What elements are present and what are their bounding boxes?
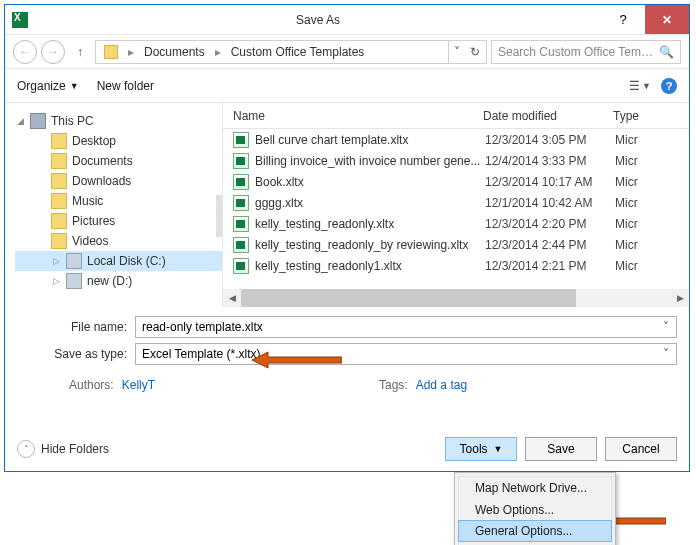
file-type: Micr — [615, 175, 689, 189]
excel-file-icon — [233, 237, 249, 253]
tree-music[interactable]: Music — [15, 191, 222, 211]
chevron-right-icon: ▸ — [213, 45, 223, 59]
file-type: Micr — [615, 196, 689, 210]
scroll-left-button[interactable]: ◀ — [223, 289, 241, 307]
tree-desktop[interactable]: Desktop — [15, 131, 222, 151]
folder-icon — [51, 193, 67, 209]
excel-file-icon — [233, 195, 249, 211]
tree-new-d[interactable]: ▷new (D:) — [15, 271, 222, 291]
tree-documents[interactable]: Documents — [15, 151, 222, 171]
scroll-right-button[interactable]: ▶ — [671, 289, 689, 307]
tree-pictures[interactable]: Pictures — [15, 211, 222, 231]
file-name: kelly_testing_readonly1.xltx — [255, 259, 485, 273]
save-form: File name: read-only template.xltx ˅ Sav… — [5, 307, 689, 374]
cancel-button[interactable]: Cancel — [605, 437, 677, 461]
file-row[interactable]: kelly_testing_readonly.xltx12/3/2014 2:2… — [223, 213, 689, 234]
up-button[interactable]: ↑ — [69, 41, 91, 63]
tools-menu: Map Network Drive... Web Options... Gene… — [454, 472, 616, 545]
arrow-left-icon: ← — [19, 45, 31, 59]
hide-folders-button[interactable]: ˄ Hide Folders — [17, 440, 109, 458]
close-button[interactable]: ✕ — [645, 5, 689, 34]
horizontal-scrollbar[interactable]: ◀ ▶ — [223, 289, 689, 307]
file-date: 12/3/2014 2:21 PM — [485, 259, 615, 273]
arrow-up-icon: ↑ — [77, 45, 83, 59]
file-row[interactable]: kelly_testing_readonly1.xltx12/3/2014 2:… — [223, 255, 689, 276]
col-type[interactable]: Type — [613, 109, 689, 123]
chevron-down-icon[interactable]: ˅ — [658, 319, 674, 335]
file-row[interactable]: Bell curve chart template.xltx12/3/2014 … — [223, 129, 689, 150]
file-rows[interactable]: Bell curve chart template.xltx12/3/2014 … — [223, 129, 689, 289]
file-list-pane: Name Date modified Type Bell curve chart… — [223, 103, 689, 307]
folder-tree[interactable]: ◢ This PC Desktop Documents Downloads Mu… — [5, 103, 223, 307]
scroll-track[interactable] — [241, 289, 671, 307]
nav-toolbar: ← → ↑ ▸ Documents ▸ Custom Office Templa… — [5, 35, 689, 69]
folder-icon — [51, 213, 67, 229]
file-row[interactable]: kelly_testing_readonly_by reviewing.xltx… — [223, 234, 689, 255]
tree-downloads[interactable]: Downloads — [15, 171, 222, 191]
expand-icon[interactable]: ◢ — [15, 116, 25, 126]
tags-value[interactable]: Add a tag — [416, 378, 467, 392]
expand-icon[interactable]: ▷ — [51, 276, 61, 286]
back-button[interactable]: ← — [13, 40, 37, 64]
breadcrumb-custom-templates[interactable]: Custom Office Templates — [225, 41, 371, 63]
folder-icon — [51, 233, 67, 249]
authors-value[interactable]: KellyT — [122, 378, 155, 392]
file-name: Book.xltx — [255, 175, 485, 189]
save-as-type-dropdown[interactable]: Excel Template (*.xltx) ˅ — [135, 343, 677, 365]
refresh-button[interactable]: ↻ — [466, 45, 484, 59]
menu-compress-pictures[interactable]: Compress Pictures... — [459, 541, 611, 545]
chevron-up-icon: ˄ — [17, 440, 35, 458]
tools-button[interactable]: Tools ▼ — [445, 437, 517, 461]
save-as-dialog: Save As ? ✕ ← → ↑ ▸ Documents ▸ Custom O… — [4, 4, 690, 472]
chevron-down-icon[interactable]: ˅ — [658, 346, 674, 362]
view-button[interactable]: ☰ ▼ — [629, 79, 651, 93]
address-history-dropdown[interactable]: ˅ — [448, 41, 464, 63]
menu-web-options[interactable]: Web Options... — [459, 499, 611, 521]
col-name[interactable]: Name — [233, 109, 483, 123]
file-name: kelly_testing_readonly_by reviewing.xltx — [255, 238, 485, 252]
help-button[interactable]: ? — [601, 5, 645, 34]
close-icon: ✕ — [662, 13, 672, 27]
file-type: Micr — [615, 259, 689, 273]
help-icon[interactable]: ? — [661, 78, 677, 94]
folder-icon — [51, 173, 67, 189]
chevron-down-icon: ▼ — [494, 444, 503, 454]
search-input[interactable]: Search Custom Office Templ... 🔍 — [491, 40, 681, 64]
excel-file-icon — [233, 216, 249, 232]
excel-file-icon — [233, 174, 249, 190]
view-icon: ☰ — [629, 79, 640, 93]
save-button[interactable]: Save — [525, 437, 597, 461]
search-icon: 🔍 — [659, 45, 674, 59]
file-type: Micr — [615, 238, 689, 252]
file-type: Micr — [615, 133, 689, 147]
breadcrumb-documents[interactable]: Documents — [138, 41, 211, 63]
organize-button[interactable]: Organize ▼ — [17, 79, 79, 93]
expand-icon[interactable]: ▷ — [51, 256, 61, 266]
tree-videos[interactable]: Videos — [15, 231, 222, 251]
scroll-thumb[interactable] — [241, 289, 576, 307]
tree-splitter[interactable] — [216, 195, 222, 237]
filename-label: File name: — [45, 320, 135, 334]
tree-local-disk-c[interactable]: ▷Local Disk (C:) — [15, 251, 222, 271]
column-headers: Name Date modified Type — [223, 103, 689, 129]
file-row[interactable]: Book.xltx12/3/2014 10:17 AMMicr — [223, 171, 689, 192]
tags-label: Tags: — [379, 378, 408, 392]
excel-file-icon — [233, 153, 249, 169]
forward-button[interactable]: → — [41, 40, 65, 64]
new-folder-button[interactable]: New folder — [97, 79, 154, 93]
authors-label: Authors: — [69, 378, 114, 392]
tree-this-pc[interactable]: ◢ This PC — [15, 111, 222, 131]
file-date: 12/1/2014 10:42 AM — [485, 196, 615, 210]
excel-file-icon — [233, 258, 249, 274]
file-name: Bell curve chart template.xltx — [255, 133, 485, 147]
file-row[interactable]: gggg.xltx12/1/2014 10:42 AMMicr — [223, 192, 689, 213]
address-bar[interactable]: ▸ Documents ▸ Custom Office Templates ˅ … — [95, 40, 487, 64]
folder-chip-icon — [98, 41, 124, 63]
menu-general-options[interactable]: General Options... — [458, 520, 612, 542]
col-date[interactable]: Date modified — [483, 109, 613, 123]
chevron-down-icon: ▼ — [70, 81, 79, 91]
menu-map-network-drive[interactable]: Map Network Drive... — [459, 477, 611, 499]
filename-input[interactable]: read-only template.xltx ˅ — [135, 316, 677, 338]
dialog-title: Save As — [35, 5, 601, 34]
file-row[interactable]: Billing invoice_with invoice number gene… — [223, 150, 689, 171]
